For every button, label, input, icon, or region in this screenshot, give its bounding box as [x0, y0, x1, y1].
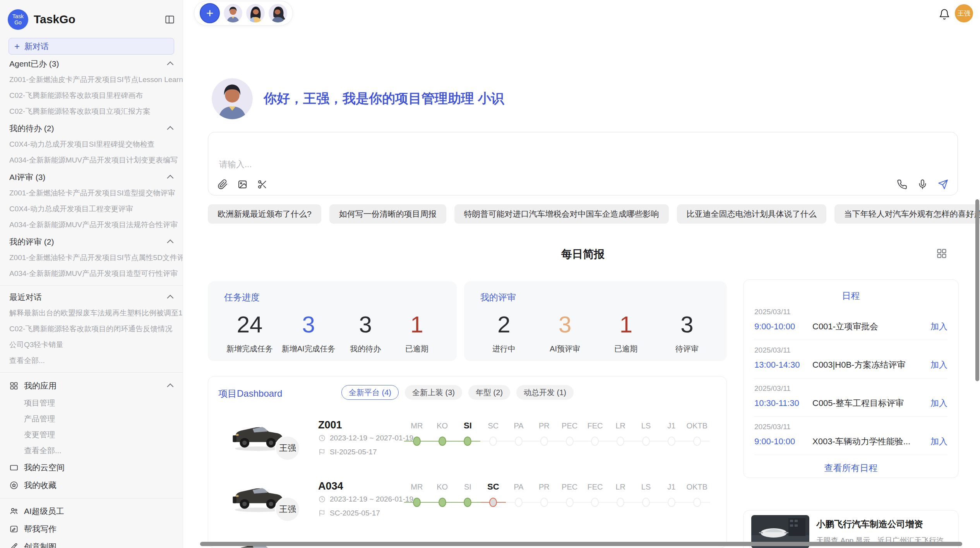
attachment-icon[interactable] — [218, 179, 228, 190]
milestone-track: MR KO SI SC PA PR PEC FEC LR LS J1 OKTB — [404, 476, 710, 519]
tab-new-body[interactable]: 全新上装 (3) — [405, 385, 462, 400]
sidebar-header: Task Go TaskGo — [0, 0, 183, 33]
member-avatar[interactable] — [269, 4, 287, 22]
brief-left-column: 任务进度 24 新增完成任务 3 新增AI完成任务 3 我的待办 — [208, 281, 727, 548]
milestone-label: FEC — [583, 421, 608, 430]
join-link[interactable]: 加入 — [930, 397, 947, 409]
composer-placeholder: 请输入... — [219, 159, 252, 170]
milestone: PEC — [557, 476, 583, 519]
send-icon[interactable] — [938, 179, 948, 190]
suggestion-chip[interactable]: 如何写一份清晰的项目周报 — [329, 204, 446, 224]
chevron-up-icon[interactable] — [167, 295, 173, 301]
app-item-product-mgmt[interactable]: 产品管理 — [0, 411, 183, 427]
section-title: 我的待办 (2) — [9, 123, 54, 134]
section-title: AI评审 (3) — [9, 172, 45, 183]
flag-icon — [318, 509, 326, 517]
notification-bell-icon[interactable] — [939, 9, 950, 20]
my-apps-label: 我的应用 — [24, 380, 57, 391]
section-agent-done[interactable]: Agent已办 (3) — [0, 56, 183, 72]
view-all-schedule[interactable]: 查看所有日程 — [754, 455, 947, 478]
sidebar-item[interactable]: Z001-全新燃油皮卡产品开发项目SI节点Lesson Learn报告 — [0, 72, 183, 87]
tab-powertrain[interactable]: 动总开发 (1) — [516, 385, 574, 400]
suggestion-chip[interactable]: 比亚迪全固态电池计划具体说了什么 — [677, 204, 826, 224]
ai-super-staff[interactable]: AI超级员工 — [0, 502, 183, 520]
milestone-label: PR — [531, 421, 557, 430]
sidebar-item[interactable]: C0X4-动力总成开发项目工程变更评审 — [0, 201, 183, 217]
section-ai-review[interactable]: AI评审 (3) — [0, 170, 183, 185]
my-cloud-space[interactable]: 我的云空间 — [0, 459, 183, 476]
chevron-up-icon[interactable] — [167, 62, 173, 68]
sidebar-collapse-icon[interactable] — [164, 14, 175, 25]
project-dates: 2023-12-19 ~ 2027-01-19 — [318, 434, 413, 442]
sidebar-item[interactable]: C0X4-动力总成开发项目SI里程碑提交物检查 — [0, 136, 183, 152]
join-link[interactable]: 加入 — [930, 359, 947, 371]
task-progress-card: 任务进度 24 新增完成任务 3 新增AI完成任务 3 我的待办 — [208, 281, 457, 361]
milestone: SI — [455, 476, 481, 519]
suggestion-chip[interactable]: 欧洲新规最近颁布了什么? — [208, 204, 321, 224]
horizontal-scrollbar[interactable] — [200, 542, 962, 546]
sidebar-item[interactable]: Z001-全新燃油轻卡产品开发项目SI节点属性5D文件评审 — [0, 250, 183, 265]
sidebar-item[interactable]: C02-飞腾新能源轻客改款项目立项汇报方案 — [0, 103, 183, 119]
creative-drawing[interactable]: 创意制图 — [0, 538, 183, 548]
milestone-label: PEC — [557, 421, 583, 430]
new-chat-button[interactable]: + 新对话 — [9, 38, 174, 55]
chat-composer[interactable]: 请输入... — [208, 132, 958, 195]
image-icon[interactable] — [237, 179, 248, 190]
suggestion-chip[interactable]: 特朗普可能对进口汽车增税会对中国车企造成哪些影响 — [454, 204, 669, 224]
microphone-icon[interactable] — [917, 179, 928, 190]
milestone-label: J1 — [659, 421, 684, 430]
milestone-dot — [642, 498, 650, 507]
view-all-apps[interactable]: 查看全部... — [0, 443, 183, 459]
section-my-review[interactable]: 我的评审 (2) — [0, 234, 183, 250]
app-item-project-mgmt[interactable]: 项目管理 — [0, 395, 183, 411]
milestone: SI — [455, 415, 481, 458]
milestone: SC — [480, 415, 506, 458]
project-row[interactable]: 王强 A034 2023-12-19 ~ 2026-01-19 SC-2025- — [208, 476, 726, 538]
chevron-up-icon[interactable] — [167, 175, 173, 182]
milestone: MR — [404, 476, 430, 519]
member-avatar[interactable] — [224, 4, 242, 22]
view-all-chats[interactable]: 查看全部... — [0, 353, 183, 368]
recent-chat-item[interactable]: 公司Q3轻卡销量 — [0, 337, 183, 353]
sidebar-item[interactable]: C02-飞腾新能源轻客改款项目里程碑画布 — [0, 87, 183, 103]
sidebar-item[interactable]: A034-全新新能源MUV产品开发项目法规符合性评审 — [0, 217, 183, 233]
my-apps-header[interactable]: 我的应用 — [0, 377, 183, 395]
recent-chat-item[interactable]: 解释最新出台的欧盟报废车法规再生塑料比例被调至15%... — [0, 305, 183, 321]
project-row[interactable]: 王强 Z001 2023-12-19 ~ 2027-01-19 SI-2025- — [208, 415, 726, 477]
milestone: FEC — [583, 476, 608, 519]
tab-model-year[interactable]: 年型 (2) — [468, 385, 510, 400]
sidebar-item[interactable]: A034-全新新能源MUV产品开发项目计划变更表编写 — [0, 152, 183, 168]
phone-icon[interactable] — [897, 179, 907, 190]
section-my-todo[interactable]: 我的待办 (2) — [0, 121, 183, 136]
add-member-button[interactable]: + — [200, 3, 220, 23]
stat-label: AI预评审 — [544, 344, 586, 354]
section-recent-chats[interactable]: 最近对话 — [0, 289, 183, 305]
tab-new-platform[interactable]: 全新平台 (4) — [341, 385, 399, 400]
my-favorites[interactable]: 我的收藏 — [0, 476, 183, 494]
scissors-icon[interactable] — [257, 179, 267, 190]
vertical-scrollbar[interactable] — [975, 199, 979, 381]
chevron-up-icon[interactable] — [167, 126, 173, 133]
chevron-up-icon[interactable] — [167, 384, 173, 390]
chevron-up-icon[interactable] — [167, 240, 173, 246]
greeting-text: 你好，王强，我是你的项目管理助理 小识 — [264, 90, 504, 108]
app-item-change-mgmt[interactable]: 变更管理 — [0, 427, 183, 443]
main-area: + 王强 你好，王强，我是你的项目管理助理 小识 请输入... — [183, 0, 980, 548]
milestone-dot — [668, 437, 675, 446]
stat-label: 已逾期 — [396, 344, 438, 354]
sidebar-item[interactable]: Z001-全新燃油轻卡产品开发项目SI造型提交物评审 — [0, 185, 183, 201]
join-link[interactable]: 加入 — [930, 321, 947, 332]
join-link[interactable]: 加入 — [930, 436, 947, 447]
sidebar-item[interactable]: A034-全新新能源MUV产品开发项目造型可行性评审 — [0, 265, 183, 281]
milestone-dot — [617, 437, 624, 446]
recent-chat-item[interactable]: C02-飞腾新能源轻客改款项目的闭环通告反馈情况 — [0, 321, 183, 337]
daily-brief-title: 每日简报 — [208, 247, 958, 262]
user-avatar[interactable]: 王强 — [955, 4, 973, 22]
help-me-write[interactable]: 帮我写作 — [0, 520, 183, 538]
suggestion-chip[interactable]: 当下年轻人对汽车外观有怎样的喜好趋势 — [834, 204, 980, 224]
stat-value: 3 — [282, 312, 336, 337]
milestone: LR — [608, 476, 633, 519]
member-avatar[interactable] — [246, 4, 265, 22]
milestone: OKTB — [684, 476, 710, 519]
layout-grid-icon[interactable] — [936, 248, 947, 259]
